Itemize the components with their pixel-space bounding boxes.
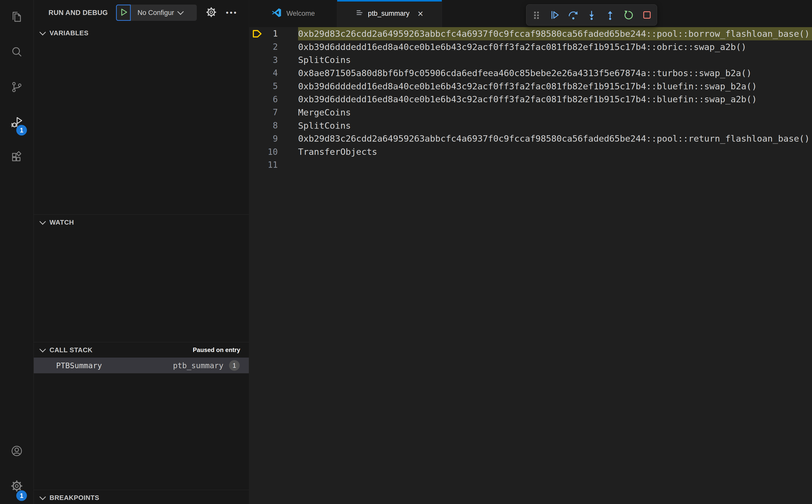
- debug-settings-button[interactable]: [205, 6, 217, 19]
- code-line[interactable]: 7 MergeCoins: [249, 106, 812, 119]
- chevron-down-icon: [177, 8, 184, 15]
- activity-bar-spacer: [0, 175, 34, 434]
- activity-item-search[interactable]: [0, 35, 34, 70]
- stop-icon: [641, 9, 653, 21]
- line-text: TransferObjects: [298, 145, 812, 158]
- debug-current-line-arrow-icon: [249, 28, 266, 39]
- line-text: 0xb29d83c26cdd2a64959263abbcfc4a6937f0c9…: [298, 27, 812, 40]
- more-actions-icon[interactable]: •••: [226, 9, 238, 16]
- code-line[interactable]: 10 TransferObjects: [249, 145, 812, 158]
- run-and-debug-sidebar: RUN AND DEBUG No Configur: [34, 0, 249, 504]
- line-text: 0x8ae871505a80d8bf6bf9c05906cda6edfeea46…: [298, 66, 812, 80]
- continue-icon: [549, 9, 561, 21]
- watch-pane-label: WATCH: [49, 219, 74, 226]
- line-number: 4: [266, 68, 278, 78]
- restart-button[interactable]: [620, 7, 637, 23]
- code-line[interactable]: 11: [249, 158, 812, 172]
- code-editor[interactable]: 1 0xb29d83c26cdd2a64959263abbcfc4a6937f0…: [249, 27, 812, 172]
- debug-configuration-label: No Configur: [137, 9, 174, 17]
- close-icon[interactable]: ×: [418, 9, 423, 19]
- call-stack-pane-header[interactable]: CALL STACK Paused on entry: [34, 342, 249, 358]
- variables-pane-header[interactable]: VARIABLES: [34, 25, 249, 41]
- tab-ptb-summary-label: ptb_summary: [368, 10, 410, 18]
- line-number: 2: [266, 42, 278, 52]
- code-line[interactable]: 5 0xb39d6dddedd16ed8a40ce0b1e6b43c92acf0…: [249, 80, 812, 93]
- search-icon: [10, 45, 23, 60]
- watch-pane: WATCH: [34, 214, 249, 342]
- call-stack-pane-label: CALL STACK: [49, 346, 93, 354]
- vscode-logo-icon: [271, 7, 282, 20]
- line-text: 0xb39d6dddedd16ed8a40ce0b1e6b43c92acf0ff…: [298, 93, 812, 106]
- activity-item-explorer[interactable]: [0, 0, 34, 35]
- breakpoints-pane-label: BREAKPOINTS: [49, 494, 99, 502]
- stack-frame-source: ptb_summary: [173, 361, 223, 370]
- stop-button[interactable]: [639, 7, 655, 23]
- chevron-down-icon: [39, 346, 46, 352]
- tab-welcome[interactable]: Welcome: [249, 0, 337, 27]
- activity-item-run-and-debug[interactable]: 1: [0, 105, 34, 140]
- line-text: [298, 158, 812, 172]
- editor-area: Welcome ptb_summary ×: [249, 0, 812, 504]
- debug-toolbar: [526, 4, 657, 26]
- variables-pane: VARIABLES: [34, 25, 249, 214]
- sidebar-controls: No Configur: [116, 0, 238, 25]
- step-out-button[interactable]: [602, 7, 619, 23]
- files-icon: [10, 10, 23, 25]
- step-into-icon: [586, 9, 598, 21]
- line-text: SplitCoins: [298, 119, 812, 132]
- tab-ptb-summary[interactable]: ptb_summary ×: [337, 0, 442, 27]
- code-line[interactable]: 4 0x8ae871505a80d8bf6bf9c05906cda6edfeea…: [249, 66, 812, 80]
- play-icon: [118, 7, 129, 19]
- paused-status-label: Paused on entry: [193, 346, 240, 354]
- sidebar-titlebar: RUN AND DEBUG No Configur: [34, 0, 249, 25]
- activity-item-accounts[interactable]: [0, 434, 34, 469]
- line-number: 5: [266, 81, 278, 91]
- breakpoints-pane-header[interactable]: BREAKPOINTS: [34, 490, 249, 504]
- code-line[interactable]: 1 0xb29d83c26cdd2a64959263abbcfc4a6937f0…: [249, 27, 812, 40]
- launch-group: No Configur: [116, 5, 197, 21]
- variables-pane-label: VARIABLES: [49, 29, 89, 37]
- extensions-icon: [10, 150, 23, 165]
- chevron-down-icon: [39, 218, 46, 225]
- debug-count-badge: 1: [16, 125, 27, 136]
- step-out-icon: [604, 9, 616, 21]
- chevron-down-icon: [39, 494, 46, 500]
- activity-item-settings[interactable]: 1: [0, 469, 34, 504]
- activity-bar: 1: [0, 0, 34, 504]
- account-icon: [10, 444, 23, 459]
- stack-frame-name: PTBSummary: [56, 361, 102, 370]
- continue-button[interactable]: [547, 7, 563, 23]
- line-number: 3: [266, 55, 278, 65]
- file-lines-icon: [356, 9, 363, 18]
- start-debugging-button[interactable]: [116, 5, 131, 21]
- chevron-down-icon: [39, 29, 46, 35]
- step-over-button[interactable]: [565, 7, 582, 23]
- code-line[interactable]: 9 0xb29d83c26cdd2a64959263abbcfc4a6937f0…: [249, 132, 812, 145]
- settings-badge: 1: [16, 490, 27, 501]
- watch-pane-header[interactable]: WATCH: [34, 215, 249, 230]
- line-text: 0xb29d83c26cdd2a64959263abbcfc4a6937f0c9…: [298, 132, 812, 145]
- line-text: 0xb39d6dddedd16ed8a40ce0b1e6b43c92acf0ff…: [298, 80, 812, 93]
- vscode-window: { "activity_bar": { "items": [ {"name": …: [0, 0, 812, 504]
- gripper-icon: [531, 9, 542, 21]
- stack-frame-meta: ptb_summary 1: [173, 360, 240, 371]
- line-number: 8: [266, 121, 278, 130]
- step-into-button[interactable]: [583, 7, 600, 23]
- activity-item-source-control[interactable]: [0, 70, 34, 105]
- code-line[interactable]: 6 0xb39d6dddedd16ed8a40ce0b1e6b43c92acf0…: [249, 93, 812, 106]
- line-text: MergeCoins: [298, 106, 812, 119]
- code-line[interactable]: 2 0xb39d6dddedd16ed8a40ce0b1e6b43c92acf0…: [249, 40, 812, 54]
- tab-welcome-label: Welcome: [286, 10, 315, 18]
- stack-frame-badge: 1: [229, 360, 240, 371]
- line-number: 1: [266, 29, 278, 39]
- call-stack-frame-row[interactable]: PTBSummary ptb_summary 1: [34, 358, 249, 373]
- activity-item-extensions[interactable]: [0, 140, 34, 175]
- toolbar-gripper[interactable]: [528, 7, 545, 23]
- debug-configuration-dropdown[interactable]: No Configur: [131, 5, 197, 21]
- line-text: 0xb39d6dddedd16ed8a40ce0b1e6b43c92acf0ff…: [298, 40, 812, 54]
- line-number: 10: [266, 147, 278, 157]
- source-control-icon: [10, 80, 23, 95]
- code-line[interactable]: 3 SplitCoins: [249, 53, 812, 66]
- line-number: 9: [266, 134, 278, 144]
- code-line[interactable]: 8 SplitCoins: [249, 119, 812, 132]
